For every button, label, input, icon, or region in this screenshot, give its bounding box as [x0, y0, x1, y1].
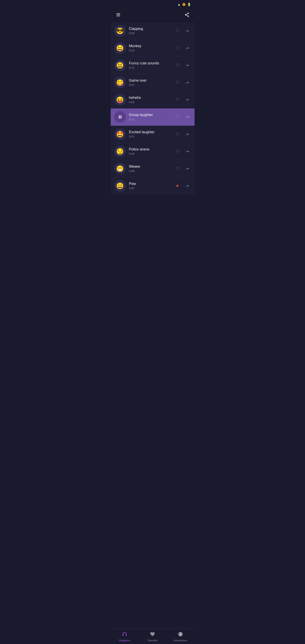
informations-nav-label: Informations: [174, 639, 188, 642]
sound-avatar: 🤩: [114, 128, 126, 140]
sound-item[interactable]: 😄 Pew 0:01 ♥: [111, 177, 194, 194]
svg-point-5: [188, 16, 189, 17]
sound-info: Funny cute sounds 0:11: [129, 61, 174, 69]
header: [111, 9, 194, 22]
heart-icon: ♡: [176, 97, 180, 102]
heart-icon: ♡: [176, 166, 180, 171]
sound-info: Excited laughter 0:01: [129, 130, 174, 138]
share-sound-button[interactable]: [184, 79, 191, 86]
sound-avatar: 😏: [114, 146, 126, 157]
sound-avatar: 😄: [114, 42, 126, 54]
favorite-button[interactable]: ♡: [174, 62, 181, 69]
svg-rect-9: [120, 116, 121, 119]
sound-info: Monkey 0:03: [129, 44, 174, 52]
sound-actions: ♡: [174, 130, 191, 138]
sound-name: Police sirene: [129, 147, 174, 152]
sound-actions: ♥: [174, 182, 191, 190]
share-sound-button[interactable]: [184, 182, 191, 190]
sound-duration: 0:01: [129, 186, 174, 190]
favorite-button[interactable]: ♡: [174, 44, 181, 52]
sound-name: Group laughter: [129, 113, 174, 117]
sound-name: Game over: [129, 78, 174, 82]
sound-item[interactable]: 😃 Funny cute sounds 0:11 ♡: [111, 57, 194, 74]
sound-name: Pew: [129, 182, 174, 186]
share-sound-button[interactable]: [184, 62, 191, 69]
sound-item[interactable]: 😬 Weeee 0:06 ♡: [111, 160, 194, 177]
sound-info: hehehe 0:01: [129, 96, 174, 104]
sound-info: Clapping 0:05: [129, 27, 174, 35]
heart-icon: ♡: [176, 28, 180, 34]
sound-item[interactable]: 😋 Game over 0:01 ♡: [111, 74, 194, 91]
favorite-button[interactable]: ♡: [174, 96, 181, 103]
ringtones-nav-icon: [122, 632, 127, 638]
share-sound-button[interactable]: [184, 165, 191, 172]
status-bar: ▲ 🔶 🔋: [111, 0, 194, 9]
sound-name: Funny cute sounds: [129, 61, 174, 65]
svg-point-4: [185, 14, 186, 16]
battery-icon: 🔋: [187, 3, 191, 6]
sound-item[interactable]: 😏 Police sirene 0:04 ♡: [111, 143, 194, 160]
favorites-nav-icon: [150, 632, 155, 638]
svg-rect-8: [119, 116, 120, 119]
share-sound-button[interactable]: [184, 96, 191, 103]
sound-info: Weeee 0:06: [129, 164, 174, 173]
sound-item[interactable]: 🤩 Excited laughter 0:01 ♡: [111, 126, 194, 143]
sound-avatar: 😃: [114, 60, 126, 71]
nav-item-ringtones[interactable]: Ringtones: [111, 629, 139, 644]
svg-rect-0: [116, 14, 120, 14]
favorite-button[interactable]: ♡: [174, 27, 181, 34]
favorite-button[interactable]: ♡: [174, 113, 181, 120]
share-sound-button[interactable]: [184, 113, 191, 120]
sound-duration: 0:01: [129, 100, 174, 104]
favorite-button[interactable]: ♥: [174, 182, 181, 190]
sound-name: Weeee: [129, 164, 174, 168]
heart-icon: ♡: [176, 114, 180, 120]
sound-duration: 0:04: [129, 152, 174, 156]
svg-rect-1: [116, 14, 120, 15]
sound-item[interactable]: Group laughter 0:11 ♡: [111, 108, 194, 126]
menu-button[interactable]: [114, 11, 122, 19]
sound-actions: ♡: [174, 148, 191, 155]
nav-item-informations[interactable]: Informations: [166, 629, 194, 644]
svg-rect-2: [116, 16, 120, 16]
sound-duration: 0:06: [129, 169, 174, 173]
favorite-button[interactable]: ♡: [174, 79, 181, 86]
sound-avatar: 😬: [114, 163, 126, 174]
informations-nav-icon: [178, 632, 183, 638]
sound-item[interactable]: 😄 Monkey 0:03 ♡: [111, 40, 194, 57]
sound-actions: ♡: [174, 79, 191, 86]
ringtones-nav-label: Ringtones: [119, 639, 130, 642]
sound-item[interactable]: 😝 hehehe 0:01 ♡: [111, 91, 194, 108]
sound-avatar: 😎: [114, 25, 126, 37]
sound-name: Clapping: [129, 27, 174, 31]
favorite-button[interactable]: ♡: [174, 165, 181, 172]
nav-item-favorites[interactable]: Favorites: [139, 629, 166, 644]
svg-point-3: [188, 13, 189, 14]
share-sound-button[interactable]: [184, 27, 191, 34]
favorite-button[interactable]: ♡: [174, 148, 181, 155]
share-button[interactable]: [183, 11, 191, 19]
svg-line-6: [186, 15, 188, 16]
svg-line-7: [186, 14, 188, 14]
heart-icon: ♡: [176, 149, 180, 154]
sound-duration: 0:05: [129, 32, 174, 35]
sound-info: Game over 0:01: [129, 78, 174, 86]
sound-duration: 0:01: [129, 135, 174, 138]
sound-duration: 0:01: [129, 83, 174, 86]
sound-item[interactable]: 😎 Clapping 0:05 ♡: [111, 22, 194, 40]
sound-info: Group laughter 0:11: [129, 113, 174, 121]
sound-name: hehehe: [129, 96, 174, 100]
sound-duration: 0:03: [129, 49, 174, 52]
sound-actions: ♡: [174, 27, 191, 34]
sound-info: Pew 0:01: [129, 182, 174, 190]
sound-actions: ♡: [174, 44, 191, 52]
sound-name: Monkey: [129, 44, 174, 48]
heart-icon: ♡: [176, 46, 180, 51]
favorite-button[interactable]: ♡: [174, 130, 181, 138]
share-sound-button[interactable]: [184, 130, 191, 138]
sound-duration: 0:11: [129, 118, 174, 121]
share-sound-button[interactable]: [184, 148, 191, 155]
sound-actions: ♡: [174, 62, 191, 69]
share-sound-button[interactable]: [184, 44, 191, 52]
heart-icon: ♡: [176, 80, 180, 85]
